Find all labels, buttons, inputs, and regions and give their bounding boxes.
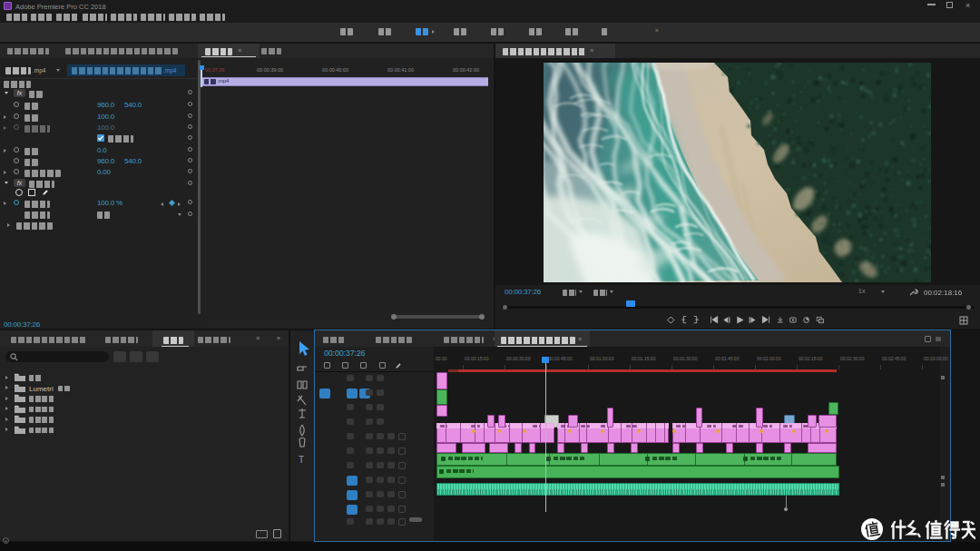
svg-text:T: T <box>299 455 304 465</box>
